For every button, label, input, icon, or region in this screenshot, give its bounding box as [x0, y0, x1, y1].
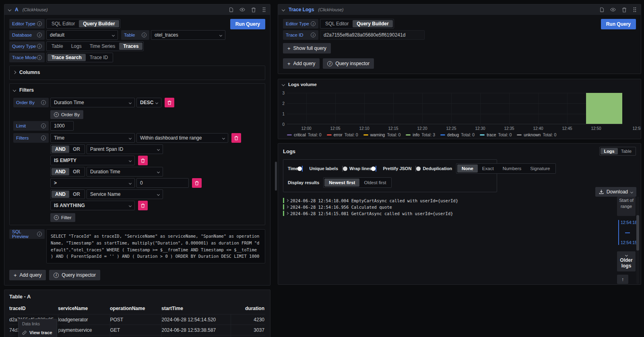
- query-builder-option[interactable]: Query Builder: [353, 20, 392, 27]
- dedup-none-option[interactable]: None: [457, 164, 478, 173]
- filter3-field-select[interactable]: Service Name: [87, 189, 163, 199]
- filter1-field-select[interactable]: Parent Span ID: [87, 144, 163, 154]
- col-header-operationname[interactable]: operationName: [110, 304, 161, 314]
- newest-first-option[interactable]: Newest first: [324, 179, 359, 187]
- and-option[interactable]: AND: [52, 191, 69, 198]
- hide-response-eye-icon[interactable]: [239, 7, 245, 12]
- legend-item-debug[interactable]: debugTotal: 0: [440, 132, 475, 137]
- time-toggle-label: Time: [288, 166, 298, 171]
- query-builder-option[interactable]: Query Builder: [79, 20, 119, 27]
- drag-handle-icon[interactable]: [633, 7, 637, 12]
- logs-scrollbar-thumb[interactable]: [636, 215, 639, 251]
- col-header-starttime[interactable]: startTime: [161, 304, 231, 314]
- trace-id-option[interactable]: Trace ID: [86, 54, 112, 61]
- query-inspector-button[interactable]: iQuery inspector: [323, 58, 374, 69]
- cell-servicename: loadgenerator: [58, 335, 110, 337]
- duplicate-query-icon[interactable]: [228, 7, 233, 12]
- remove-time-filter-button[interactable]: [231, 133, 241, 143]
- logs-view-option[interactable]: Logs: [601, 148, 617, 154]
- sql-editor-option[interactable]: SQL Editor: [321, 20, 353, 27]
- show-full-query-button[interactable]: +Show full query: [283, 43, 331, 53]
- filter1-operator-select[interactable]: IS EMPTY: [50, 156, 135, 165]
- legend-item-error[interactable]: errorTotal: 0: [327, 132, 358, 137]
- scroll-to-top-button[interactable]: ↑: [617, 275, 628, 284]
- chevron-down-icon: [282, 83, 285, 86]
- dedup-numbers-option[interactable]: Numbers: [498, 164, 526, 173]
- filter2-operator-select[interactable]: >: [50, 178, 135, 188]
- left-pane-scrollbar[interactable]: [275, 162, 277, 191]
- table-view-option[interactable]: Table: [618, 148, 635, 154]
- logs-volume-header[interactable]: Logs volume: [278, 79, 641, 90]
- add-query-button[interactable]: +Add query: [283, 58, 320, 69]
- remove-query-trash-icon[interactable]: [251, 7, 256, 12]
- filter-time-field-select[interactable]: Time: [50, 133, 135, 143]
- remove-filter1-button[interactable]: [138, 156, 148, 165]
- and-option[interactable]: AND: [52, 146, 69, 153]
- download-button[interactable]: Download: [595, 187, 636, 197]
- remove-query-trash-icon[interactable]: [622, 7, 627, 12]
- collapse-chevron-icon[interactable]: [8, 8, 11, 11]
- or-option[interactable]: OR: [69, 146, 84, 153]
- col-header-servicename[interactable]: serviceName: [58, 304, 110, 314]
- trace-mode-label: Trace Modei: [9, 53, 45, 62]
- run-query-button[interactable]: Run Query: [230, 19, 265, 29]
- or-option[interactable]: OR: [69, 191, 84, 198]
- oldest-first-option[interactable]: Oldest first: [359, 179, 390, 187]
- time-toggle[interactable]: [302, 166, 303, 172]
- legend-item-unknown[interactable]: unknownTotal: 0: [517, 132, 556, 137]
- query-type-logs[interactable]: Logs: [67, 43, 86, 50]
- logs-view-toggle: Logs Table: [599, 147, 636, 156]
- results-table-title: Table - A: [9, 294, 265, 300]
- sql-editor-option[interactable]: SQL Editor: [47, 20, 79, 27]
- log-row[interactable]: 2024-06-28 12:54:15.081 GetCartAsync cal…: [283, 210, 588, 216]
- legend-item-trace[interactable]: traceTotal: 0: [480, 132, 512, 137]
- order-by-field-select[interactable]: Duration Time: [50, 98, 135, 107]
- trace-id-input[interactable]: d2a7155ef6a928a05680e5ff6190241d: [320, 30, 425, 40]
- filter2-value-input[interactable]: 0: [136, 178, 189, 188]
- view-trace-menu-item[interactable]: View trace: [22, 328, 53, 337]
- filter-time-value-select[interactable]: Within dashboard time range: [136, 133, 228, 143]
- add-query-button[interactable]: +Add query: [9, 270, 46, 280]
- run-query-button[interactable]: Run Query: [601, 19, 636, 29]
- add-order-by-button[interactable]: +Order By: [50, 110, 83, 119]
- dedup-signature-option[interactable]: Signature: [526, 164, 554, 173]
- duplicate-query-icon[interactable]: [599, 7, 604, 12]
- remove-order-by-button[interactable]: [165, 98, 174, 107]
- filter3-operator-select[interactable]: IS ANYTHING: [50, 201, 135, 210]
- limit-input[interactable]: 1000: [50, 121, 74, 131]
- filters-section-header[interactable]: Filters: [13, 86, 261, 95]
- query-type-table[interactable]: Table: [47, 43, 67, 50]
- query-inspector-button[interactable]: iQuery inspector: [49, 270, 100, 280]
- order-by-direction-select[interactable]: DESC: [136, 98, 161, 107]
- prettify-json-toggle[interactable]: [415, 166, 416, 172]
- collapse-chevron-icon[interactable]: [282, 8, 285, 11]
- add-filter-button[interactable]: +Filter: [50, 213, 75, 222]
- remove-filter3-button[interactable]: [138, 201, 148, 210]
- x-tick: 12:15: [387, 126, 400, 131]
- query-type-traces[interactable]: Traces: [119, 43, 142, 50]
- database-select[interactable]: default: [46, 30, 118, 40]
- query-type-timeseries[interactable]: Time Series: [86, 43, 120, 50]
- trace-search-option[interactable]: Trace Search: [47, 54, 86, 61]
- legend-item-info[interactable]: infoTotal: 3: [406, 132, 435, 137]
- or-option[interactable]: OR: [69, 168, 84, 175]
- log-row[interactable]: 2024-06-28 12:54:16.956 Calculated quote: [283, 204, 588, 210]
- legend-item-warning[interactable]: warningTotal: 0: [363, 132, 401, 137]
- info-icon: i: [37, 55, 42, 60]
- table-select[interactable]: otel_traces: [151, 30, 225, 40]
- log-row[interactable]: 2024-06-28 12:54:18.004 EmptyCartAsync c…: [283, 197, 588, 203]
- col-header-traceid[interactable]: traceID: [9, 304, 58, 314]
- older-logs-button[interactable]: Older logs: [617, 251, 636, 271]
- dedup-exact-option[interactable]: Exact: [478, 164, 498, 173]
- columns-section-header[interactable]: Columns: [13, 68, 261, 77]
- chevron-down-icon: [112, 33, 115, 36]
- wrap-lines-toggle[interactable]: [376, 166, 376, 172]
- and-option[interactable]: AND: [52, 168, 69, 175]
- col-header-duration[interactable]: duration: [231, 304, 265, 314]
- filter2-field-select[interactable]: Duration Time: [87, 167, 163, 177]
- drag-handle-icon[interactable]: [262, 7, 266, 12]
- remove-filter2-button[interactable]: [192, 178, 202, 188]
- unique-labels-toggle[interactable]: [342, 166, 343, 172]
- hide-response-eye-icon[interactable]: [610, 7, 616, 12]
- legend-item-critical[interactable]: criticalTotal: 0: [287, 132, 322, 137]
